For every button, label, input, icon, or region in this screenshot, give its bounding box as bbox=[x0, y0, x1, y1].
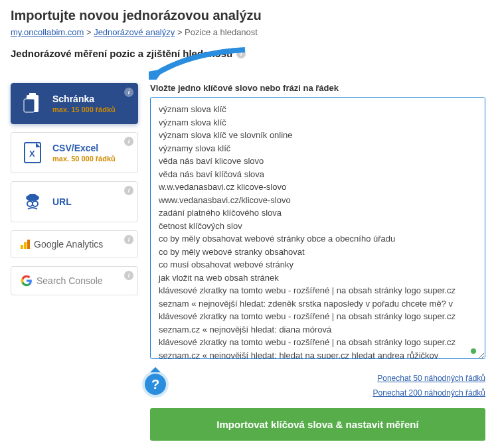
info-icon[interactable]: i bbox=[236, 49, 246, 58]
svg-point-9 bbox=[33, 201, 38, 206]
source-clipboard[interactable]: i Schránka max. 15 000 řádků bbox=[11, 83, 138, 124]
keywords-textarea[interactable] bbox=[150, 97, 485, 359]
info-icon[interactable]: i bbox=[124, 186, 133, 195]
source-sublabel: max. 15 000 řádků bbox=[52, 106, 116, 113]
info-icon[interactable]: i bbox=[124, 235, 133, 244]
analytics-icon bbox=[21, 240, 30, 249]
breadcrumb-root[interactable]: my.oncollabim.com bbox=[11, 27, 84, 37]
svg-rect-7 bbox=[29, 194, 36, 198]
clipboard-icon bbox=[21, 92, 44, 115]
source-url[interactable]: i URL bbox=[11, 181, 138, 222]
import-button[interactable]: Importovat klíčová slova & nastavit měře… bbox=[150, 408, 485, 441]
source-label: CSV/Excel bbox=[52, 143, 116, 153]
info-icon[interactable]: i bbox=[124, 137, 133, 146]
source-csv[interactable]: i X CSV/Excel max. 50 000 řádků bbox=[11, 132, 138, 173]
google-icon bbox=[21, 275, 33, 287]
main-panel: Vložte jedno klíčové slovo nebo frázi na… bbox=[150, 83, 485, 441]
svg-rect-2 bbox=[29, 93, 36, 98]
svg-rect-3 bbox=[24, 99, 35, 112]
help-bubble[interactable]: ? bbox=[142, 371, 169, 398]
source-sublabel: max. 50 000 řádků bbox=[52, 155, 116, 163]
source-sidebar: i Schránka max. 15 000 řádků i X CSV/Exc… bbox=[11, 83, 138, 441]
textarea-label: Vložte jedno klíčové slovo nebo frázi na… bbox=[150, 83, 485, 93]
svg-text:X: X bbox=[29, 149, 35, 159]
excel-icon: X bbox=[21, 141, 44, 165]
source-google-analytics[interactable]: i Google Analytics bbox=[11, 230, 138, 258]
breadcrumb-level1[interactable]: Jednorázové analýzy bbox=[94, 27, 175, 37]
breadcrumb: my.oncollabim.com > Jednorázové analýzy … bbox=[11, 27, 485, 37]
source-label: Google Analytics bbox=[34, 239, 103, 250]
spy-icon bbox=[21, 190, 44, 214]
source-label: Search Console bbox=[37, 275, 103, 286]
breadcrumb-level2: Pozice a hledanost bbox=[185, 27, 258, 37]
section-title: Jednorázové měření pozic a zjištění hled… bbox=[11, 48, 232, 59]
info-icon[interactable]: i bbox=[124, 271, 133, 280]
keep-50-link[interactable]: Ponechat 50 náhodných řádků bbox=[377, 374, 485, 383]
source-label: Schránka bbox=[52, 94, 116, 104]
page-title: Importujte novou jednorázovou analýzu bbox=[11, 8, 485, 23]
info-icon[interactable]: i bbox=[124, 88, 133, 97]
keep-200-link[interactable]: Ponechat 200 náhodných řádků bbox=[373, 388, 485, 398]
help-icon: ? bbox=[151, 377, 159, 392]
svg-point-8 bbox=[27, 201, 33, 206]
status-dot-icon bbox=[471, 348, 476, 354]
source-search-console[interactable]: i Search Console bbox=[11, 266, 138, 295]
source-label: URL bbox=[52, 196, 72, 207]
